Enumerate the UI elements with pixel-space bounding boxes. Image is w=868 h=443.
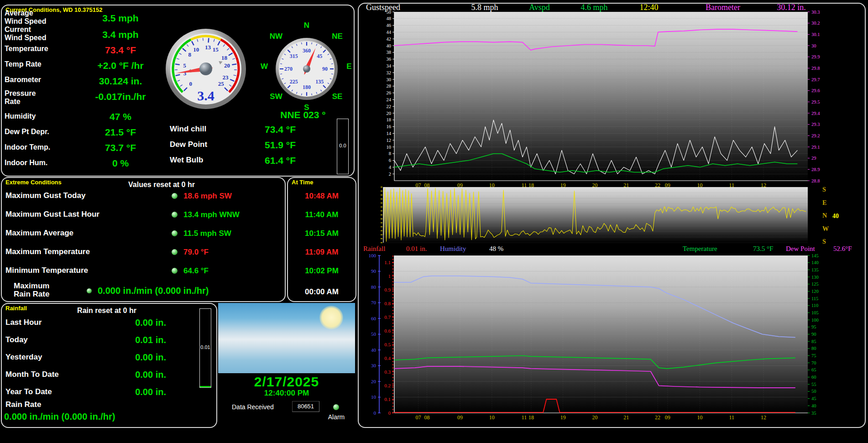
svg-text:09: 09 xyxy=(457,414,463,421)
svg-text:20: 20 xyxy=(387,111,392,116)
svg-text:110: 110 xyxy=(811,303,818,308)
svg-text:135: 135 xyxy=(811,267,819,272)
extreme-row-led xyxy=(172,212,178,218)
svg-text:80: 80 xyxy=(371,284,376,290)
at-time-value: 11:40 AM xyxy=(288,210,356,219)
svg-text:2: 2 xyxy=(389,172,391,177)
svg-text:1.1: 1.1 xyxy=(384,260,391,265)
wind-direction-gauge-svg: 3604590135180225270315 xyxy=(268,30,345,108)
svg-text:145: 145 xyxy=(811,253,819,258)
side-bar-gauge: 0.0 xyxy=(337,119,349,174)
svg-text:19: 19 xyxy=(560,414,566,421)
svg-text:Dew Point: Dew Point xyxy=(786,245,816,252)
svg-text:18: 18 xyxy=(387,117,392,122)
at-time-title: At Time xyxy=(292,179,313,186)
svg-text:30.3: 30.3 xyxy=(811,10,820,15)
svg-text:40: 40 xyxy=(371,347,376,353)
svg-text:95: 95 xyxy=(811,324,816,329)
rain-rate-value: 0.000 in./min (0.000 in./hr) xyxy=(4,412,115,422)
svg-text:0.8: 0.8 xyxy=(384,301,391,306)
rain-row-value: 0.00 in. xyxy=(93,318,166,328)
weather-display-dashboard: Current Conditions, WD 10.375152 Average… xyxy=(0,0,868,443)
svg-text:48: 48 xyxy=(387,16,392,21)
svg-text:N: N xyxy=(822,212,827,219)
svg-text:22: 22 xyxy=(655,414,660,421)
extreme-row-label: Maximum Gust Today xyxy=(5,192,85,200)
svg-text:120: 120 xyxy=(811,289,819,294)
extreme-row-value: 79.0 °F xyxy=(183,248,209,257)
extreme-rainrate-label: Maximum Rain Rate xyxy=(14,282,49,298)
svg-text:90: 90 xyxy=(322,66,328,72)
svg-text:28.9: 28.9 xyxy=(811,167,820,172)
cc-row-label: Current Wind Speed xyxy=(5,26,46,42)
rain-row-value: 0.00 in. xyxy=(93,352,166,363)
svg-text:80: 80 xyxy=(811,346,816,351)
rain-row-value: 0.00 in. xyxy=(93,387,166,397)
cc-row-value: 73.7 °F xyxy=(70,142,171,153)
svg-text:12: 12 xyxy=(387,138,392,143)
svg-text:W: W xyxy=(822,225,829,232)
svg-text:08: 08 xyxy=(424,414,430,421)
svg-text:30.1: 30.1 xyxy=(811,32,820,37)
wind-speed-gauge-value: 3.4 xyxy=(197,88,214,103)
svg-text:29.3: 29.3 xyxy=(811,122,820,127)
extreme-rainrate-led xyxy=(87,288,92,293)
rain-bar-gauge-value: 0.01 xyxy=(200,344,211,350)
extreme-row-label: Maximum Gust Last Hour xyxy=(5,210,99,219)
sun-icon xyxy=(319,306,343,329)
svg-text:48 %: 48 % xyxy=(489,245,503,252)
svg-text:270: 270 xyxy=(284,66,293,72)
svg-text:29.6: 29.6 xyxy=(811,88,820,93)
cc-row-value: 3.5 mph xyxy=(70,13,171,24)
svg-text:60: 60 xyxy=(811,375,816,380)
svg-text:45: 45 xyxy=(811,396,816,401)
extreme-row-label: Maximum Average xyxy=(5,229,73,237)
cc-row-value: 21.5 °F xyxy=(70,127,171,138)
rainfall-panel: Rainfall Rain reset at 0 hr Last Hour0.0… xyxy=(1,303,217,428)
svg-text:32: 32 xyxy=(387,70,392,75)
svg-text:25: 25 xyxy=(218,80,225,87)
cc-row-label: Indoor Hum. xyxy=(5,159,47,167)
svg-text:24: 24 xyxy=(387,97,392,102)
sky-picture xyxy=(218,303,355,373)
cc-right-label: Dew Point xyxy=(170,141,207,149)
svg-text:50: 50 xyxy=(371,331,376,337)
svg-text:E: E xyxy=(822,199,826,206)
svg-text:Rainfall: Rainfall xyxy=(363,245,385,252)
at-time-value: 10:48 AM xyxy=(288,192,356,201)
svg-text:55: 55 xyxy=(811,382,816,387)
extreme-row-value: 13.4 mph WNW xyxy=(183,210,240,219)
svg-text:29.2: 29.2 xyxy=(811,133,820,138)
charts-panel: Gustspeed5.8 mphAvspd4.6 mph12:40Baromet… xyxy=(358,3,866,428)
svg-text:30.12 in.: 30.12 in. xyxy=(777,4,806,12)
svg-text:0.01 in.: 0.01 in. xyxy=(406,245,427,252)
svg-text:42: 42 xyxy=(387,36,392,42)
data-received-value: 80651 xyxy=(292,401,319,412)
svg-text:315: 315 xyxy=(290,53,298,59)
svg-text:40: 40 xyxy=(387,43,392,48)
svg-text:0.7: 0.7 xyxy=(384,314,391,320)
svg-text:8: 8 xyxy=(188,51,191,58)
values-reset-header: Values reset at 0 hr xyxy=(75,181,248,189)
svg-text:0.6: 0.6 xyxy=(384,328,391,334)
svg-text:44: 44 xyxy=(387,30,392,35)
rain-rate-label: Rain Rate xyxy=(5,401,41,409)
svg-text:12: 12 xyxy=(761,414,766,421)
rain-reset-header: Rain reset at 0 hr xyxy=(29,307,184,315)
time-display: 12:40:00 PM xyxy=(218,389,355,398)
svg-text:0.9: 0.9 xyxy=(384,287,391,292)
at-time-value: 10:15 AM xyxy=(288,229,356,238)
svg-text:18: 18 xyxy=(528,414,534,421)
cc-row-label: Dew Pt Depr. xyxy=(5,128,49,136)
svg-text:10: 10 xyxy=(387,145,392,150)
svg-text:Humidity: Humidity xyxy=(440,245,466,252)
cc-right-label: Wet Bulb xyxy=(170,156,203,164)
cc-row-label: Indoor Temp. xyxy=(5,143,50,151)
svg-text:22: 22 xyxy=(387,104,392,109)
rain-row-label: Year To Date xyxy=(5,388,52,396)
svg-text:20: 20 xyxy=(371,379,376,384)
svg-text:29.9: 29.9 xyxy=(811,54,820,59)
svg-text:Avspd: Avspd xyxy=(529,4,550,12)
at-time-value: 10:02 PM xyxy=(288,266,356,276)
svg-text:46: 46 xyxy=(387,23,392,28)
